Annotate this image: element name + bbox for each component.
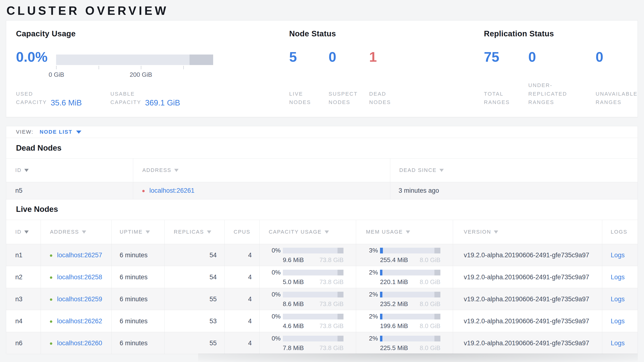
logs-link[interactable]: Logs: [611, 295, 625, 303]
suspect-nodes-stat: 0 SUSPECT NODES: [328, 50, 369, 106]
label-line: NODES: [369, 98, 391, 106]
usable-capacity-stat: USABLE CAPACITY 369.1 GiB: [110, 90, 180, 106]
table-row: n6 localhost:26260 6 minutes 55 4 0%: [6, 332, 638, 354]
label-line: LIVE: [289, 90, 328, 98]
column-header-uptime[interactable]: UPTIME: [112, 220, 165, 244]
replication-status-heading: Replication Status: [484, 29, 638, 38]
capacity-usage-heading: Capacity Usage: [16, 29, 289, 38]
node-id-cell: n6: [6, 332, 41, 354]
sort-arrow-icon[interactable]: [24, 169, 29, 172]
sort-arrow-icon[interactable]: [174, 169, 178, 172]
sort-arrow-icon[interactable]: [494, 231, 498, 234]
dead-nodes-stat: 1 DEAD NODES: [369, 50, 391, 106]
chevron-down-icon[interactable]: [76, 130, 82, 134]
node-address-link[interactable]: localhost:26260: [57, 339, 102, 347]
live-nodes-label: LIVE NODES: [289, 90, 328, 106]
live-status-dot-icon: [50, 342, 52, 345]
label-line: REPLICATED: [528, 90, 596, 98]
node-address-cell: localhost:26260: [41, 332, 112, 354]
column-header-label[interactable]: CPUS: [234, 229, 250, 235]
label-line: RANGES: [528, 98, 596, 106]
sort-arrow-icon[interactable]: [146, 231, 150, 234]
column-header-label[interactable]: MEM USAGE: [366, 229, 403, 235]
table-row: n4 localhost:26262 6 minutes 53 4 0%: [6, 310, 638, 332]
axis-tick: [56, 66, 56, 69]
capacity-total-value: 73.8 GiB: [319, 256, 344, 264]
mem-usage-cell: 2% 220.1 MiB 8.0 GiB: [356, 266, 453, 288]
used-capacity-label: USED CAPACITY: [16, 90, 47, 106]
column-header-id[interactable]: ID: [6, 220, 41, 244]
column-header-label[interactable]: ADDRESS: [50, 229, 79, 235]
node-address-link[interactable]: localhost:26262: [57, 317, 102, 325]
node-address-link[interactable]: localhost:26257: [57, 252, 102, 259]
sort-arrow-icon[interactable]: [24, 231, 29, 234]
replicas-cell: 54: [165, 266, 224, 288]
logs-link[interactable]: Logs: [611, 252, 625, 259]
node-id-cell: n4: [6, 310, 41, 332]
node-address-cell: localhost:26258: [41, 266, 112, 288]
sort-arrow-icon[interactable]: [325, 231, 329, 234]
node-status-heading: Node Status: [289, 29, 484, 38]
live-nodes-table: ID ADDRESS UPTIME REPLICAS CPUS CAPACITY…: [6, 220, 638, 354]
mem-percent: 2%: [366, 269, 378, 276]
sort-arrow-icon[interactable]: [207, 231, 211, 234]
column-header-mem-usage[interactable]: MEM USAGE: [356, 220, 453, 244]
mem-used-value: 235.2 MiB: [380, 300, 408, 308]
cpus-cell: 4: [224, 310, 260, 332]
logs-link[interactable]: Logs: [611, 274, 625, 281]
column-header-label[interactable]: REPLICAS: [174, 229, 204, 235]
label-line: NODES: [328, 98, 369, 106]
capacity-bar: [283, 336, 344, 341]
column-header-id[interactable]: ID: [6, 158, 133, 182]
node-address-link[interactable]: localhost:26259: [57, 295, 102, 303]
label-line: DEAD: [369, 90, 391, 98]
column-header-label: LOGS: [611, 229, 628, 235]
logs-cell: Logs: [602, 266, 638, 288]
capacity-usage-cell: 0% 7.8 MiB 73.8 GiB: [260, 332, 356, 354]
column-header-address[interactable]: ADDRESS: [41, 220, 112, 244]
cpus-cell: 4: [224, 244, 260, 266]
column-header-dead-since[interactable]: DEAD SINCE: [390, 158, 638, 182]
column-header-label[interactable]: UPTIME: [120, 229, 142, 235]
used-capacity-stat: USED CAPACITY 35.6 MiB: [16, 90, 82, 106]
axis-tick: [183, 66, 184, 69]
mem-bar: [380, 336, 440, 341]
capacity-total-value: 73.8 GiB: [319, 278, 344, 286]
column-header-version[interactable]: VERSION: [453, 220, 602, 244]
node-address-link[interactable]: localhost:26258: [57, 274, 102, 281]
view-dropdown[interactable]: NODE LIST: [40, 129, 82, 135]
sort-arrow-icon[interactable]: [406, 231, 410, 234]
suspect-nodes-label: SUSPECT NODES: [328, 90, 369, 106]
column-header-replicas[interactable]: REPLICAS: [165, 220, 224, 244]
mem-bar-reserved-segment: [434, 292, 440, 297]
column-header-label[interactable]: CAPACITY USAGE: [269, 229, 322, 235]
label-line: NODES: [289, 98, 328, 106]
logs-link[interactable]: Logs: [611, 339, 625, 347]
sort-arrow-icon[interactable]: [440, 169, 444, 172]
label-line: UNDER-: [528, 81, 596, 89]
column-header-label[interactable]: ID: [15, 167, 22, 173]
mem-bar-used-fill: [380, 336, 382, 341]
node-address-link[interactable]: localhost:26261: [150, 187, 194, 194]
column-header-address[interactable]: ADDRESS: [133, 158, 390, 182]
suspect-nodes-count: 0: [328, 50, 369, 64]
table-row: n2 localhost:26258 6 minutes 54 4 0%: [6, 266, 638, 288]
dead-nodes-heading: Dead Nodes: [16, 143, 638, 153]
column-header-capacity-usage[interactable]: CAPACITY USAGE: [260, 220, 356, 244]
mem-bar: [380, 292, 440, 297]
mem-bar-reserved-segment: [434, 270, 440, 275]
column-header-label[interactable]: VERSION: [464, 229, 491, 235]
capacity-usage-meter: 0 GiB 200 GiB: [56, 55, 213, 79]
column-header-label[interactable]: DEAD SINCE: [399, 167, 436, 173]
logs-link[interactable]: Logs: [611, 317, 625, 325]
under-replicated-ranges-label: UNDER- REPLICATED RANGES: [528, 81, 596, 106]
column-header-label[interactable]: ADDRESS: [142, 167, 172, 173]
used-capacity-value: 35.6 MiB: [50, 98, 82, 107]
column-header-cpus[interactable]: CPUS: [224, 220, 260, 244]
capacity-total-value: 73.8 GiB: [319, 300, 344, 308]
capacity-bar-reserved-segment: [190, 55, 213, 65]
sort-arrow-icon[interactable]: [82, 231, 86, 234]
view-dropdown-value[interactable]: NODE LIST: [40, 129, 72, 135]
mem-usage-cell: 2% 225.5 MiB 8.0 GiB: [356, 332, 453, 354]
column-header-label[interactable]: ID: [15, 229, 22, 235]
